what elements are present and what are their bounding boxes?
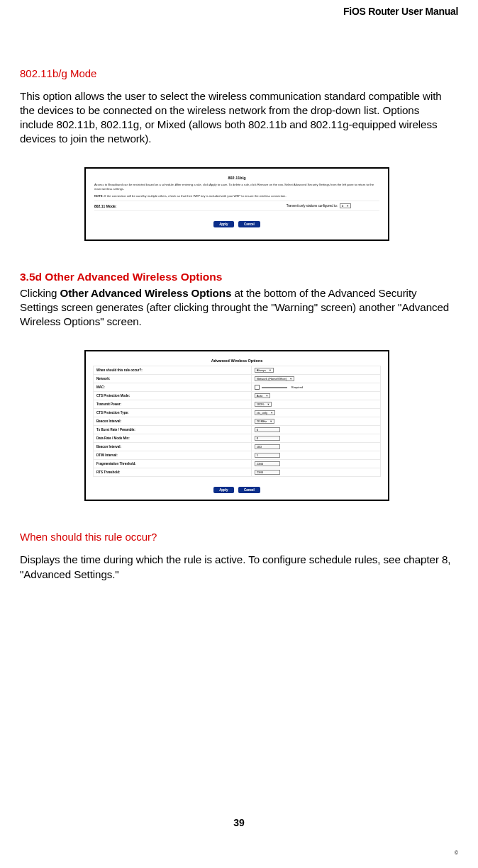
select-control[interactable]: Always▼: [255, 368, 274, 373]
select-value: Network (Home/Office): [257, 377, 287, 381]
row-label: Data Rate / Mode Min:: [94, 434, 252, 443]
copyright: ©: [455, 850, 458, 855]
row-label: Fragmentation Threshold:: [94, 460, 252, 468]
heading-when-rule: When should this rule occur?: [20, 531, 454, 543]
chevron-down-icon: ▼: [269, 420, 272, 423]
row-label: Tx Burst Rate / Preamble:: [94, 426, 252, 434]
text-input[interactable]: 1: [255, 453, 280, 458]
shot1-note-label: NOTE:: [94, 194, 104, 198]
row-label: Transmit Power:: [94, 400, 252, 409]
apply-button[interactable]: Apply: [213, 487, 234, 493]
shot1-desc: Access to Broadband can be restricted ba…: [94, 183, 379, 191]
text-input[interactable]: 2346: [255, 470, 280, 475]
s2-strong: Other Advanced Wireless Options: [60, 287, 232, 299]
select-control[interactable]: 20 MHz▼: [255, 419, 274, 424]
row-control: 100: [251, 443, 380, 451]
table-row: RTS Threshold:2346: [94, 468, 381, 477]
row-control: 0: [251, 434, 380, 443]
table-row: When should this rule occur?:Always▼: [94, 366, 381, 375]
row-control: 2346: [251, 460, 380, 468]
row-control: Auto▼: [251, 392, 380, 400]
chevron-down-icon: ▼: [269, 369, 272, 372]
select-value: Auto: [257, 394, 263, 398]
select-control[interactable]: 100%▼: [255, 402, 272, 407]
table-row: Data Rate / Mode Min:0: [94, 434, 381, 443]
table-row: MAC:Required: [94, 383, 381, 392]
row-label: Beacon Interval:: [94, 443, 252, 451]
heading-80211bg: 802.11b/g Mode: [20, 67, 454, 79]
body-3-5d: Clicking Other Advanced Wireless Options…: [20, 286, 454, 329]
row-control: Always▼: [251, 366, 380, 375]
row-control: Required: [251, 383, 380, 392]
row-control: 0: [251, 426, 380, 434]
heading-3-5d: 3.5d Other Advanced Wireless Options: [20, 271, 454, 283]
select-value: cts_only: [257, 411, 267, 415]
row-label: Network:: [94, 375, 252, 383]
row-control: 20 MHz▼: [251, 417, 380, 426]
select-control[interactable]: Auto▼: [255, 393, 270, 398]
shot1-row-value: Transmit only stations configured to: b …: [287, 203, 351, 208]
row-control: 100%▼: [251, 400, 380, 409]
screenshot-80211bg: 802.11b/g Access to Broadband can be res…: [84, 167, 389, 241]
row-control: Network (Home/Office)▼: [251, 375, 380, 383]
table-row: DTIM Interval:1: [94, 451, 381, 460]
shot1-row-hint: Transmit only stations configured to:: [287, 204, 338, 208]
running-header: FiOS Router User Manual: [343, 6, 458, 17]
select-control[interactable]: cts_only▼: [255, 410, 275, 415]
shot1-note: NOTE: If the connection will be used by …: [94, 194, 379, 198]
row-control: cts_only▼: [251, 409, 380, 417]
field-note: Required: [291, 385, 303, 389]
shot1-title: 802.11b/g: [94, 176, 379, 180]
table-row: CTS Protection Mode:Auto▼: [94, 392, 381, 400]
text-input[interactable]: 2346: [255, 461, 280, 466]
row-label: DTIM Interval:: [94, 451, 252, 460]
shot1-select[interactable]: b ▼: [340, 203, 351, 208]
table-row: Network:Network (Home/Office)▼: [94, 375, 381, 383]
page-number: 39: [0, 817, 478, 828]
select-value: 20 MHz: [257, 419, 267, 423]
shot1-select-value: b: [342, 204, 343, 208]
body-80211bg: This option allows the user to select th…: [20, 89, 454, 146]
row-label: MAC:: [94, 383, 252, 392]
row-control: 2346: [251, 468, 380, 477]
table-row: Beacon Interval:100: [94, 443, 381, 451]
text-input[interactable]: [262, 387, 287, 388]
row-label: CTS Protection Type:: [94, 409, 252, 417]
table-row: Beacon Interval:20 MHz▼: [94, 417, 381, 426]
checkbox[interactable]: [255, 385, 260, 390]
chevron-down-icon: ▼: [265, 395, 268, 398]
chevron-down-icon: ▼: [270, 412, 273, 415]
apply-button[interactable]: Apply: [213, 221, 234, 227]
table-row: CTS Protection Type:cts_only▼: [94, 409, 381, 417]
shot1-button-row: Apply Cancel: [94, 215, 379, 228]
table-row: Transmit Power:100%▼: [94, 400, 381, 409]
shot1-row: 802.11 Mode: Transmit only stations conf…: [94, 201, 379, 211]
text-input[interactable]: 100: [255, 444, 280, 449]
chevron-down-icon: ▼: [289, 378, 292, 381]
select-value: Always: [257, 368, 266, 372]
body-when-rule: Displays the time during which the rule …: [20, 553, 454, 581]
select-value: 100%: [257, 402, 265, 406]
row-label: When should this rule occur?:: [94, 366, 252, 375]
table-row: Fragmentation Threshold:2346: [94, 460, 381, 468]
s2-pre: Clicking: [20, 287, 60, 299]
shot2-button-row: Apply Cancel: [93, 481, 381, 494]
chevron-down-icon: ▼: [346, 205, 349, 208]
shot2-table: When should this rule occur?:Always▼Netw…: [93, 366, 381, 477]
shot2-title: Advanced Wireless Options: [93, 359, 381, 363]
shot1-row-label: 802.11 Mode:: [94, 204, 201, 208]
cancel-button[interactable]: Cancel: [238, 221, 260, 227]
table-row: Tx Burst Rate / Preamble:0: [94, 426, 381, 434]
cancel-button[interactable]: Cancel: [238, 487, 260, 493]
row-label: RTS Threshold:: [94, 468, 252, 477]
text-input[interactable]: 0: [255, 427, 280, 432]
select-control[interactable]: Network (Home/Office)▼: [255, 376, 294, 381]
row-label: Beacon Interval:: [94, 417, 252, 426]
row-label: CTS Protection Mode:: [94, 392, 252, 400]
text-input[interactable]: 0: [255, 436, 280, 441]
chevron-down-icon: ▼: [267, 403, 269, 406]
screenshot-advanced-options: Advanced Wireless Options When should th…: [84, 350, 389, 501]
shot1-note-text: If the connection will be used by multip…: [104, 194, 286, 198]
row-control: 1: [251, 451, 380, 460]
